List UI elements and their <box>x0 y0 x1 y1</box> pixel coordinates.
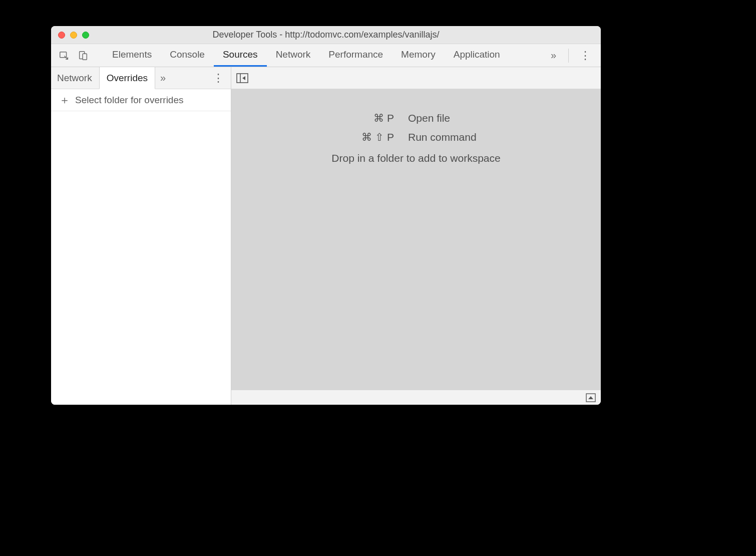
sidebar-menu-icon[interactable]: ⋮ <box>210 72 227 85</box>
plus-icon: ＋ <box>59 95 70 106</box>
close-window-button[interactable] <box>58 32 65 39</box>
main-toolbar: ElementsConsoleSourcesNetworkPerformance… <box>51 44 601 67</box>
toolbar-separator <box>568 49 569 63</box>
sidebar-tab-row: NetworkOverrides » ⋮ <box>51 67 231 89</box>
window-controls <box>51 32 89 39</box>
show-console-drawer-icon[interactable] <box>586 393 596 402</box>
body-split: NetworkOverrides » ⋮ ＋ Select folder for… <box>51 67 601 405</box>
tab-memory[interactable]: Memory <box>392 44 445 67</box>
tab-application[interactable]: Application <box>445 44 509 67</box>
hint-keys-0: ⌘ P <box>309 112 394 124</box>
tab-elements[interactable]: Elements <box>103 44 161 67</box>
editor-stage: ⌘ POpen file⌘ ⇧ PRun command Drop in a f… <box>231 67 601 405</box>
select-folder-label: Select folder for overrides <box>75 95 184 106</box>
sidebar-more-tabs-icon[interactable]: » <box>155 67 171 89</box>
toolbar-right: » ⋮ <box>546 44 601 67</box>
toggle-navigator-icon[interactable] <box>236 73 248 83</box>
more-tabs-icon[interactable]: » <box>546 50 561 61</box>
toolbar-left-icons <box>51 44 96 67</box>
sidebar-tab-overrides[interactable]: Overrides <box>99 67 155 89</box>
svg-rect-2 <box>83 54 87 60</box>
keyboard-hints: ⌘ POpen file⌘ ⇧ PRun command <box>309 112 523 143</box>
stage-toolbar <box>231 67 601 89</box>
window-titlebar: Developer Tools - http://todomvc.com/exa… <box>51 26 601 44</box>
window-title: Developer Tools - http://todomvc.com/exa… <box>51 30 601 40</box>
device-toolbar-icon[interactable] <box>77 50 89 62</box>
tab-console[interactable]: Console <box>161 44 214 67</box>
zoom-window-button[interactable] <box>82 32 89 39</box>
main-tabs: ElementsConsoleSourcesNetworkPerformance… <box>103 44 509 67</box>
hint-label-0: Open file <box>408 112 523 124</box>
sources-sidebar: NetworkOverrides » ⋮ ＋ Select folder for… <box>51 67 231 405</box>
drop-folder-message: Drop in a folder to add to workspace <box>331 152 500 164</box>
tab-network[interactable]: Network <box>267 44 320 67</box>
devtools-window: Developer Tools - http://todomvc.com/exa… <box>51 26 601 405</box>
stage-bottom-bar <box>231 390 601 405</box>
tab-sources[interactable]: Sources <box>214 44 267 67</box>
minimize-window-button[interactable] <box>70 32 77 39</box>
stage-main[interactable]: ⌘ POpen file⌘ ⇧ PRun command Drop in a f… <box>231 89 601 390</box>
hint-keys-1: ⌘ ⇧ P <box>309 131 394 143</box>
sidebar-tab-network[interactable]: Network <box>51 67 99 89</box>
settings-menu-icon[interactable]: ⋮ <box>576 49 595 62</box>
tab-performance[interactable]: Performance <box>319 44 392 67</box>
inspect-element-icon[interactable] <box>58 50 70 62</box>
select-folder-for-overrides-button[interactable]: ＋ Select folder for overrides <box>51 89 231 111</box>
hint-label-1: Run command <box>408 131 523 143</box>
